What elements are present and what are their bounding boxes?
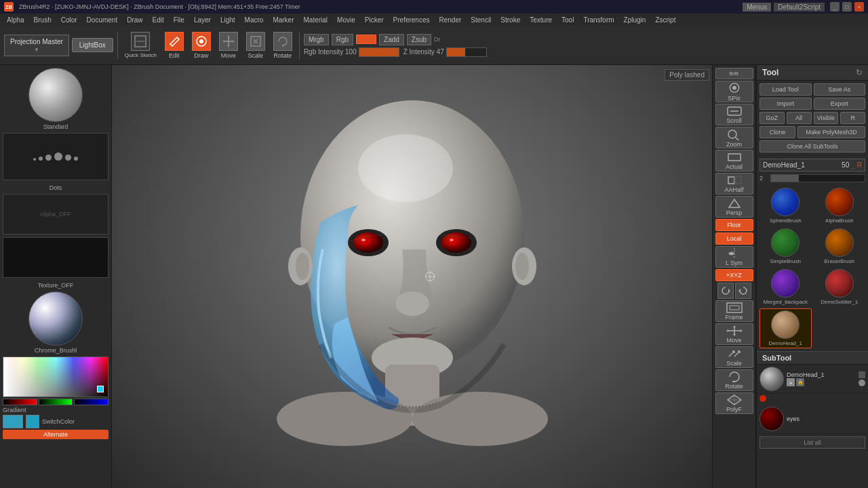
ctrl-1[interactable] [859,371,865,378]
menu-brush[interactable]: Brush [30,15,56,25]
menu-tool[interactable]: Tool [557,15,578,25]
menu-stroke[interactable]: Stroke [496,15,524,25]
rgb-button[interactable]: Rgb [332,34,353,45]
minimize-button[interactable]: _ [830,2,840,12]
rgb-color-swatch[interactable] [356,35,376,44]
rotate-button[interactable]: Rotate [715,369,753,391]
draw-button[interactable]: Draw [189,30,214,60]
spix-button[interactable]: SPix [715,81,753,102]
brush-preview[interactable] [3,133,108,180]
color-gradient-area[interactable] [3,357,108,397]
menu-render[interactable]: Render [435,15,466,25]
sym-button[interactable]: L Sym [715,246,753,268]
menu-zscript[interactable]: Zscript [651,15,679,25]
local-button[interactable]: Local [715,232,753,245]
lightbox-button[interactable]: LightBox [72,38,113,52]
brush-item-spherebrush[interactable]: SphereBrush [760,186,812,225]
menu-color[interactable]: Color [57,15,81,25]
secondary-color-swatch[interactable] [26,415,39,428]
primary-color-swatch[interactable] [3,415,23,428]
demohead-selector[interactable]: DemoHead_1 50 _ R [760,159,865,171]
menu-movie[interactable]: Movie [333,15,359,25]
export-button[interactable]: Export [814,98,866,110]
edit-button[interactable]: Edit [162,30,186,60]
move-button[interactable]: Move [216,30,241,60]
goz-button[interactable]: GoZ [760,112,785,124]
clone-button[interactable]: Clone [760,126,795,138]
menu-draw[interactable]: Draw [123,15,146,25]
scale-button[interactable]: Scale [243,30,268,60]
maximize-button[interactable]: □ [842,2,852,12]
menu-stencil[interactable]: Stencil [467,15,495,25]
menu-light[interactable]: Light [216,15,239,25]
brush-item-demo-head-small[interactable]: DemoHead_1 [760,308,812,348]
scale-button[interactable]: Scale [715,346,753,368]
menu-material[interactable]: Material [300,15,332,25]
vis-icon[interactable]: ● [787,378,795,386]
menu-layer[interactable]: Layer [190,15,215,25]
menu-file[interactable]: File [170,15,189,25]
alternate-button[interactable]: Alternate [3,430,108,439]
r-badge[interactable]: R [857,161,862,169]
rotate-button[interactable]: Rotate [271,30,295,60]
green-slider[interactable] [39,399,73,405]
canvas-area[interactable]: Poly lashed [112,65,712,488]
floor-button[interactable]: Floor [715,219,753,231]
move-button[interactable]: Move [715,323,753,345]
load-tool-button[interactable]: Load Tool [760,83,812,96]
brush-item-alphabrush[interactable]: AlphaBrush [814,186,866,225]
menu-marker[interactable]: Marker [269,15,298,25]
menu-transform[interactable]: Transform [579,15,618,25]
z-intensity-slider[interactable] [446,47,487,57]
actual-button[interactable]: Actual [715,150,753,171]
script-label[interactable]: Default2Script [774,3,825,12]
aahalf-button[interactable]: AAHalf [715,173,753,195]
rotate-arrow-left[interactable] [717,283,734,299]
lock-icon[interactable]: 🔒 [796,378,804,386]
chrome-material-preview[interactable]: Chrome_Brushl [3,291,108,354]
import-button[interactable]: Import [760,98,812,110]
ctrl-2[interactable] [859,380,865,386]
quick-sketch-button[interactable]: Quick Sketch [122,30,159,60]
brush-item-merged[interactable]: Merged_backpack [760,268,812,306]
slider-2-track[interactable] [770,174,865,182]
list-all-button[interactable]: List all [760,436,865,449]
close-button[interactable]: × [854,2,864,12]
xyz-button[interactable]: +XYZ [715,269,753,281]
tool-panel-refresh[interactable]: ↻ [856,68,863,77]
clone-all-button[interactable]: Clone All SubTools [760,140,865,152]
subtool-eyes[interactable]: eyes [757,405,868,434]
projection-master-button[interactable]: Projection Master ▼ [4,35,69,56]
frame-button[interactable]: Frame [715,300,753,322]
mrgb-button[interactable]: Mrgb [304,34,329,45]
persp-button[interactable]: Persp [715,196,753,218]
menu-zplugin[interactable]: Zplugin [620,15,650,25]
brb-button[interactable]: BrB [715,68,753,79]
brush-item-simplebrush[interactable]: SimpleBrush [760,227,812,266]
material-preview[interactable]: Standard [3,68,108,130]
menus-label[interactable]: Menus [743,3,771,12]
rotate-arrow-right[interactable] [735,283,751,299]
make-polymesh-button[interactable]: Make PolyMesh3D [797,126,865,138]
r-button[interactable]: R [840,112,865,124]
menu-edit[interactable]: Edit [149,15,168,25]
menu-document[interactable]: Document [83,15,122,25]
red-slider[interactable] [3,399,37,405]
scroll-button[interactable]: Scroll [715,104,753,125]
menu-alpha[interactable]: Alpha [3,15,28,25]
blue-slider[interactable] [74,399,108,405]
menu-preferences[interactable]: Preferences [389,15,434,25]
visible-button[interactable]: Visible [814,112,839,124]
zsub-button[interactable]: Zsub [407,34,431,45]
menu-macro[interactable]: Macro [241,15,268,25]
all-button[interactable]: All [787,112,812,124]
brush-item-demo-soldier[interactable]: DemoSoldier_1 [814,268,866,306]
rgb-intensity-slider[interactable] [359,47,399,57]
menu-texture[interactable]: Texture [526,15,556,25]
alpha-preview[interactable]: Alpha_OFF [3,194,108,235]
subtool-demohead[interactable]: DemoHead_1 ● 🔒 [757,365,868,394]
texture-preview[interactable] [3,237,108,278]
menu-picker[interactable]: Picker [361,15,388,25]
save-as-button[interactable]: Save As [814,83,866,96]
polyf-button[interactable]: PolyF [715,392,753,414]
